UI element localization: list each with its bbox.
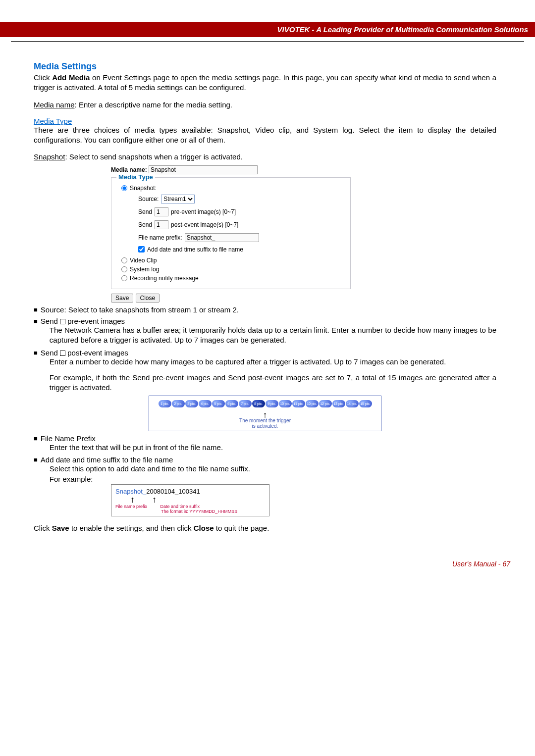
- placeholder-box-icon: [60, 319, 65, 324]
- save-button[interactable]: Save: [111, 294, 133, 302]
- bullet-post-desc: Enter a number to decide how many images…: [50, 357, 496, 367]
- snapshot-desc-rest: : Select to send snapshots when a trigge…: [65, 152, 243, 161]
- diagram-pic: 13 pic.: [332, 400, 345, 407]
- snapshot-option-row: Snapshot:: [121, 185, 343, 192]
- media-name-row: Media name:: [111, 165, 496, 174]
- diagram-pic: 8 pic.: [252, 400, 265, 407]
- snapshot-desc: Snapshot: Select to send snapshots when …: [34, 152, 496, 162]
- diagram-pic: 15 pic.: [359, 400, 372, 407]
- bullet-pre-head: Send pre-event images: [41, 317, 125, 325]
- media-name-desc: Media name: Enter a descriptive name for…: [34, 100, 496, 110]
- source-select[interactable]: Stream1: [161, 195, 195, 203]
- media-type-link: Media Type: [34, 117, 72, 125]
- diagram-pic: 1 pic.: [159, 400, 171, 407]
- bullet-icon: ■: [34, 317, 38, 326]
- recording-notify-radio[interactable]: [121, 275, 127, 281]
- filename-format-note: The format is: YYYYMMDD_HHMMSS: [161, 509, 265, 514]
- system-log-option-row: System log: [121, 266, 343, 273]
- snapshot-subsettings: Source: Stream1 Send pre-event image(s) …: [138, 195, 343, 253]
- bullet-post-head: Send post-event images: [41, 349, 128, 357]
- pre-event-suffix: pre-event image(s) [0~7]: [171, 208, 236, 215]
- post-event-suffix: post-event image(s) [0~7]: [171, 221, 238, 228]
- system-log-radio[interactable]: [121, 266, 127, 272]
- save-bold: Save: [52, 524, 69, 532]
- video-clip-label: Video Clip: [130, 257, 157, 264]
- bullet-fnp-desc: Enter the text that will be put in front…: [50, 443, 496, 453]
- bullet-icon: ■: [34, 349, 38, 357]
- footer-text: User's Manual - 67: [452, 560, 510, 568]
- bullets-section-2: ■ File Name Prefix Enter the text that w…: [34, 434, 496, 484]
- diagram-pic: 7 pic.: [239, 400, 252, 407]
- filename-prefix-part: Snapshot_: [115, 488, 146, 495]
- snapshot-radio-label: Snapshot:: [130, 185, 157, 192]
- bullets-section: ■ Source: Select to take snapshots from …: [34, 305, 496, 393]
- intro-paragraph: Click Add Media on Event Settings page t…: [34, 73, 496, 93]
- placeholder-box-icon: [60, 351, 65, 356]
- media-type-fieldset: Media Type Snapshot: Source: Stream1 Sen…: [111, 177, 351, 289]
- bullet-source: Source: Select to take snapshots from st…: [41, 305, 239, 314]
- filename-label-prefix: File name prefix: [115, 504, 159, 509]
- filename-labels: File name prefix Date and time suffix: [115, 504, 265, 509]
- diagram-pic: 5 pic.: [212, 400, 225, 407]
- bullet-icon: ■: [34, 455, 38, 464]
- media-type-desc: There are three choices of media types a…: [34, 125, 496, 146]
- diagram-pic: 11 pic.: [292, 400, 305, 407]
- filename-example-box: Snapshot_20080104_100341 ↑ ↑ File name p…: [111, 484, 269, 516]
- media-name-input[interactable]: [149, 165, 258, 174]
- form-buttons: Save Close: [111, 293, 496, 302]
- diagram-pic: 9 pic.: [266, 400, 278, 407]
- content-area: Media Settings Click Add Media on Event …: [0, 42, 535, 543]
- close-bold: Close: [194, 524, 214, 532]
- bullet-icon: ■: [34, 305, 38, 314]
- header-brand-text: VIVOTEK - A Leading Provider of Multimed…: [277, 25, 528, 34]
- filename-prefix-input[interactable]: [185, 233, 259, 242]
- diagram-pic: 3 pic.: [185, 400, 198, 407]
- arrow-up-icon: ↑: [152, 412, 378, 418]
- recording-notify-label: Recording notify message: [130, 275, 199, 282]
- filename-arrows: ↑ ↑: [130, 496, 265, 503]
- trigger-diagram: 1 pic.2 pic.3 pic.4 pic.5 pic.6 pic.7 pi…: [149, 396, 381, 431]
- diagram-pic: 10 pic.: [306, 400, 319, 407]
- system-log-label: System log: [130, 266, 159, 273]
- bullet-icon: ■: [34, 434, 38, 443]
- diagram-pic: 4 pic.: [199, 400, 212, 407]
- bullet-example-para: For example, if both the Send pre-event …: [50, 373, 496, 393]
- bullet-suffix-desc: Select this option to add date and time …: [50, 464, 496, 474]
- media-name-label: Media name:: [111, 166, 147, 173]
- send-post-label: Send: [138, 221, 152, 228]
- bullet-pre-desc: The Network Camera has a buffer area; it…: [50, 325, 496, 346]
- bullet-for-example: For example:: [50, 474, 496, 484]
- diagram-pic: 14 pic.: [346, 400, 359, 407]
- snapshot-underline: Snapshot: [34, 152, 65, 161]
- page-footer: User's Manual - 67: [0, 543, 535, 588]
- pre-event-input[interactable]: [155, 207, 168, 216]
- media-settings-form: Media name: Media Type Snapshot: Source:…: [111, 165, 496, 302]
- closing-paragraph: Click Save to enable the settings, and t…: [34, 523, 496, 533]
- fieldset-legend: Media Type: [116, 173, 155, 181]
- add-media-bold: Add Media: [52, 73, 90, 82]
- video-clip-option-row: Video Clip: [121, 257, 343, 264]
- close-button[interactable]: Close: [136, 294, 160, 302]
- post-event-input[interactable]: [155, 220, 168, 229]
- add-suffix-label: Add date and time suffix to file name: [147, 246, 243, 253]
- filename-suffix-part: 20080104_100341: [146, 488, 200, 495]
- add-suffix-checkbox[interactable]: [138, 246, 145, 252]
- bullet-fnp-head: File Name Prefix: [41, 434, 96, 443]
- filename-example-text: Snapshot_20080104_100341: [115, 488, 265, 495]
- diagram-caption-1: The moment the trigger: [152, 418, 378, 423]
- source-label: Source:: [138, 196, 159, 202]
- video-clip-radio[interactable]: [121, 257, 127, 263]
- diagram-caption-2: is activated.: [152, 423, 378, 429]
- recording-notify-option-row: Recording notify message: [121, 275, 343, 282]
- section-title: Media Settings: [34, 61, 496, 72]
- diagram-pic: 2 pic.: [172, 400, 185, 407]
- arrow-up-icon: ↑: [130, 496, 135, 503]
- filename-label-suffix: Date and time suffix: [160, 504, 200, 509]
- trigger-diagram-row: 1 pic.2 pic.3 pic.4 pic.5 pic.6 pic.7 pi…: [152, 400, 378, 407]
- diagram-pic: 6 pic.: [225, 400, 238, 407]
- header-brand-bar: VIVOTEK - A Leading Provider of Multimed…: [0, 22, 535, 37]
- snapshot-radio[interactable]: [121, 185, 127, 191]
- bullet-suffix-head: Add date and time suffix to the file nam…: [41, 455, 173, 464]
- prefix-label: File name prefix:: [138, 234, 182, 241]
- page: VIVOTEK - A Leading Provider of Multimed…: [0, 0, 535, 588]
